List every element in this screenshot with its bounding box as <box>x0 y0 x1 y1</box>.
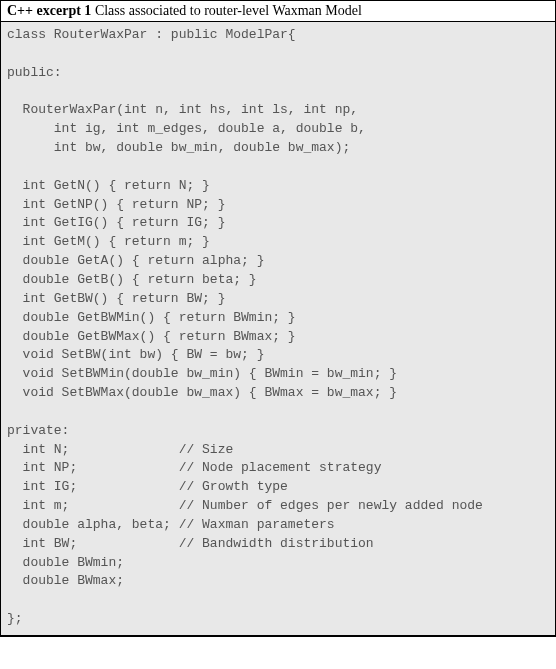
code-line <box>7 158 549 177</box>
code-block: class RouterWaxPar : public ModelPar{ pu… <box>1 22 555 636</box>
code-line: int bw, double bw_min, double bw_max); <box>7 139 549 158</box>
code-line: int GetBW() { return BW; } <box>7 290 549 309</box>
code-line: private: <box>7 422 549 441</box>
code-line: int GetNP() { return NP; } <box>7 196 549 215</box>
code-line: int IG; // Growth type <box>7 478 549 497</box>
excerpt-title: C++ excerpt 1 <box>7 3 91 18</box>
code-line: }; <box>7 610 549 629</box>
code-line: double alpha, beta; // Waxman parameters <box>7 516 549 535</box>
code-line: int GetN() { return N; } <box>7 177 549 196</box>
code-line: int GetM() { return m; } <box>7 233 549 252</box>
code-line: int GetIG() { return IG; } <box>7 214 549 233</box>
code-excerpt-container: C++ excerpt 1 Class associated to router… <box>0 0 556 637</box>
code-line: double GetA() { return alpha; } <box>7 252 549 271</box>
excerpt-description: Class associated to router-level Waxman … <box>91 3 361 18</box>
code-line: int N; // Size <box>7 441 549 460</box>
excerpt-header: C++ excerpt 1 Class associated to router… <box>1 1 555 22</box>
code-line: double BWmin; <box>7 554 549 573</box>
code-line: double GetB() { return beta; } <box>7 271 549 290</box>
code-line: int BW; // Bandwidth distribution <box>7 535 549 554</box>
code-line: int NP; // Node placement strategy <box>7 459 549 478</box>
code-line <box>7 83 549 102</box>
code-line: void SetBWMin(double bw_min) { BWmin = b… <box>7 365 549 384</box>
code-line: int ig, int m_edges, double a, double b, <box>7 120 549 139</box>
code-line <box>7 403 549 422</box>
code-line: public: <box>7 64 549 83</box>
code-line: void SetBWMax(double bw_max) { BWmax = b… <box>7 384 549 403</box>
code-line: RouterWaxPar(int n, int hs, int ls, int … <box>7 101 549 120</box>
code-line: double BWmax; <box>7 572 549 591</box>
code-line: double GetBWMax() { return BWmax; } <box>7 328 549 347</box>
code-line: void SetBW(int bw) { BW = bw; } <box>7 346 549 365</box>
code-line <box>7 45 549 64</box>
code-line: int m; // Number of edges per newly adde… <box>7 497 549 516</box>
code-line: double GetBWMin() { return BWmin; } <box>7 309 549 328</box>
code-line: class RouterWaxPar : public ModelPar{ <box>7 26 549 45</box>
code-line <box>7 591 549 610</box>
